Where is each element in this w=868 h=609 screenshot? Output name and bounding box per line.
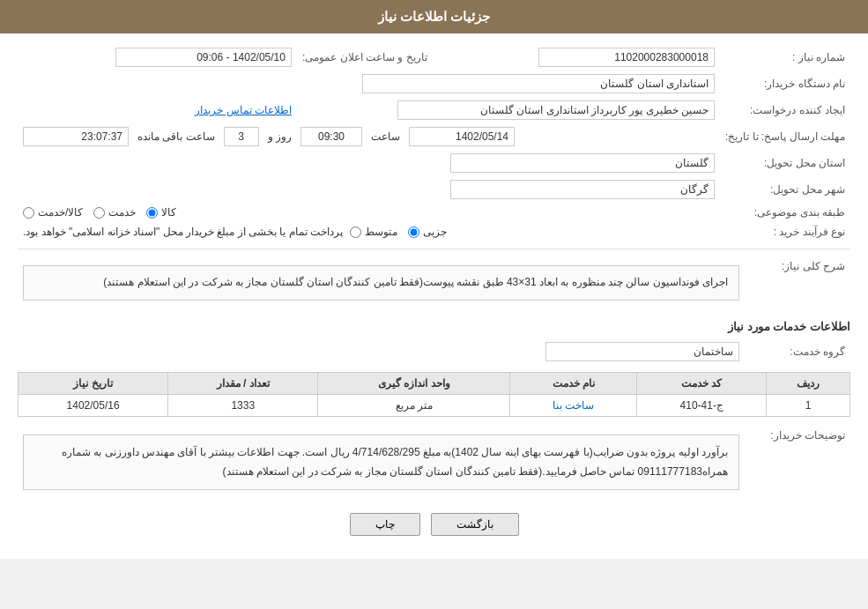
deadline-row: 23:07:37 ساعت باقی مانده 3 روز و 09:30 س… (23, 127, 715, 146)
province-label: استان محل تحویل: (720, 150, 850, 176)
cell-unit: متر مربع (318, 394, 510, 416)
category-option-3-label: کالا/خدمت (38, 206, 83, 219)
col-service-name: نام خدمت (510, 372, 637, 394)
purchase-type-option-2: متوسط (350, 226, 397, 238)
buyer-desc-table: توضیحات خریدار: برآورد اولیه پروژه بدون … (18, 424, 850, 501)
cell-date: 1402/05/16 (19, 394, 168, 416)
province-value: گلستان (450, 153, 715, 173)
category-radio-3[interactable] (23, 207, 34, 219)
category-label: طبقه بندی موضوعی: (720, 203, 850, 222)
purchase-type-label: نوع فرآیند خرید : (720, 222, 850, 241)
deadline-remaining: 23:07:37 (23, 127, 129, 146)
category-radio-1[interactable] (146, 207, 158, 219)
button-row: بازگشت چاپ (18, 513, 850, 536)
category-option-2-label: خدمت (108, 206, 136, 219)
cell-service-code: ج-41-410 (637, 394, 767, 416)
category-option-3: کالا/خدمت (23, 206, 83, 219)
cell-row-num: 1 (767, 394, 850, 416)
creator-value: حسین خطیری پور کاربرداز استانداری استان … (397, 100, 715, 120)
buyer-desc-label: توضیحات خریدار: (745, 424, 850, 501)
col-row-num: ردیف (767, 372, 850, 394)
content-area: شماره نیاز : 1102000283000018 تاریخ و سا… (0, 33, 868, 559)
back-button[interactable]: بازگشت (431, 513, 519, 536)
deadline-remaining-label: ساعت باقی مانده (137, 130, 215, 143)
deadline-time: 09:30 (300, 127, 362, 146)
purchase-type-radio-group: متوسط جزیی (350, 226, 447, 238)
buyer-desc-value: برآورد اولیه پروژه بدون ضرایب(با فهرست ب… (62, 446, 728, 479)
need-desc-value: اجرای فونداسیون سالن چند منظوره به ابعاد… (103, 276, 728, 288)
buyer-org-label: نام دستگاه خریدار: (720, 71, 850, 97)
purchase-type-radio-2[interactable] (350, 227, 361, 238)
print-button[interactable]: چاپ (350, 513, 420, 536)
deadline-date: 1402/05/14 (409, 127, 515, 146)
category-option-1-label: کالا (161, 206, 176, 219)
city-value: گرگان (450, 180, 715, 199)
purchase-type-row: پرداخت تمام یا بخشی از مبلغ خریدار محل "… (23, 226, 715, 238)
services-table: ردیف کد خدمت نام خدمت واحد اندازه گیری ت… (18, 372, 850, 417)
cell-quantity: 1333 (168, 394, 318, 416)
deadline-label: مهلت ارسال پاسخ: تا تاریخ: (720, 123, 850, 150)
need-number-label: شماره نیاز : (720, 44, 850, 71)
deadline-time-label: ساعت (371, 130, 400, 143)
col-service-code: کد خدمت (637, 372, 767, 394)
announce-label: تاریخ و ساعت اعلان عمومی: (297, 44, 433, 71)
contact-link[interactable]: اطلاعات تماس خریدار (195, 104, 292, 116)
need-desc-label: شرح کلی نیاز: (745, 255, 850, 311)
page-header: جزئیات اطلاعات نیاز (0, 0, 868, 33)
purchase-type-note: پرداخت تمام یا بخشی از مبلغ خریدار محل "… (23, 226, 343, 238)
buyer-org-value: استانداری استان گلستان (362, 74, 715, 93)
table-row: 1 ج-41-410 ساخت بنا متر مربع 1333 1402/0… (19, 394, 850, 416)
col-date: تاریخ نیاز (19, 372, 168, 394)
service-group-label: گروه خدمت: (745, 338, 850, 365)
col-quantity: تعداد / مقدار (168, 372, 318, 394)
buyer-desc-box: برآورد اولیه پروژه بدون ضرایب(با فهرست ب… (23, 434, 739, 491)
category-radio-group: کالا/خدمت خدمت کالا (23, 206, 715, 219)
need-number-value: 1102000283000018 (538, 48, 715, 67)
creator-label: ایجاد کننده درخواست: (720, 97, 850, 123)
deadline-days: 3 (224, 127, 259, 146)
cell-service-name: ساخت بنا (510, 394, 637, 416)
service-info-title: اطلاعات خدمات مورد نیاز (18, 320, 850, 333)
col-unit: واحد اندازه گیری (318, 372, 510, 394)
need-desc-box: اجرای فونداسیون سالن چند منظوره به ابعاد… (23, 265, 739, 301)
deadline-days-label: روز و (268, 130, 292, 143)
page-wrapper: جزئیات اطلاعات نیاز شماره نیاز : 1102000… (0, 0, 868, 559)
category-radio-2[interactable] (93, 207, 105, 219)
announce-value: 1402/05/10 - 09:06 (115, 48, 292, 67)
separator-1 (18, 249, 850, 249)
info-table: شماره نیاز : 1102000283000018 تاریخ و سا… (18, 44, 850, 241)
service-group-value: ساختمان (545, 342, 739, 361)
purchase-type-option-1-label: جزیی (423, 226, 447, 238)
purchase-type-option-2-label: متوسط (365, 226, 397, 238)
city-label: شهر محل تحویل: (720, 176, 850, 203)
category-option-1: کالا (146, 206, 176, 219)
page-title: جزئیات اطلاعات نیاز (378, 9, 490, 24)
need-desc-table: شرح کلی نیاز: اجرای فونداسیون سالن چند م… (18, 255, 850, 311)
service-group-table: گروه خدمت: ساختمان (18, 338, 850, 365)
purchase-type-radio-1[interactable] (408, 227, 419, 238)
category-option-2: خدمت (93, 206, 136, 219)
purchase-type-option-1: جزیی (408, 226, 447, 238)
